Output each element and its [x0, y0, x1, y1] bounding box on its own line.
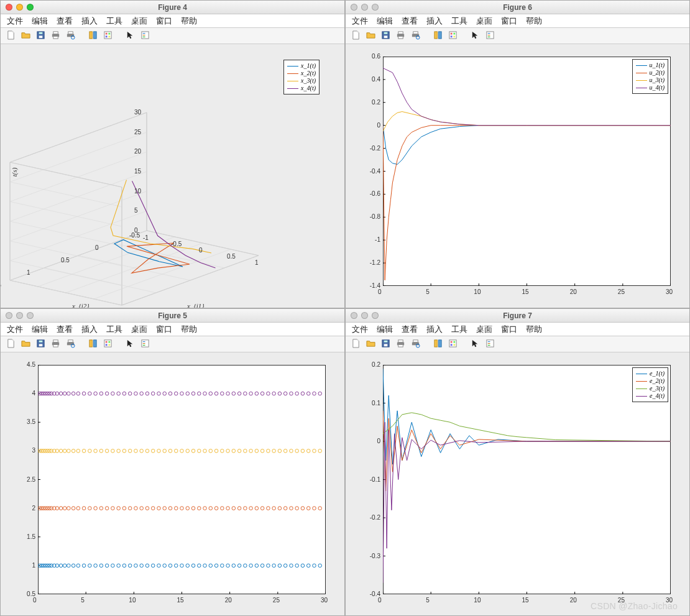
- svg-point-166: [214, 564, 218, 568]
- legend[interactable]: x_1(t)x_2(t)x_3(t)x_4(t): [283, 60, 320, 94]
- menu-7[interactable]: 帮助: [181, 16, 197, 27]
- axes[interactable]: [383, 365, 671, 594]
- titlebar[interactable]: Figure 5: [1, 309, 344, 323]
- menu-0[interactable]: 文件: [7, 324, 23, 335]
- colorbar-button[interactable]: [446, 30, 459, 42]
- titlebar[interactable]: Figure 4: [1, 1, 344, 14]
- colorbar-button[interactable]: [101, 338, 114, 351]
- plot-canvas[interactable]: 0510152025300.511.522.533.544.5: [1, 352, 344, 615]
- zoom-button[interactable]: [372, 4, 379, 11]
- minimize-button[interactable]: [16, 4, 23, 11]
- pointer-button[interactable]: [469, 338, 481, 351]
- new-file-button[interactable]: [349, 338, 362, 351]
- insert-legend-button[interactable]: [484, 338, 496, 351]
- y-tick: 1: [27, 269, 30, 276]
- new-file-button[interactable]: [4, 30, 17, 42]
- menu-2[interactable]: 查看: [57, 16, 73, 27]
- data-cursor-button[interactable]: [431, 338, 444, 351]
- print-preview-button[interactable]: [64, 30, 76, 42]
- open-folder-button[interactable]: [19, 30, 32, 42]
- menu-2[interactable]: 查看: [402, 324, 418, 335]
- axes[interactable]: [383, 57, 671, 286]
- print-button[interactable]: [394, 338, 407, 351]
- menu-3[interactable]: 插入: [426, 324, 443, 335]
- svg-point-195: [63, 507, 67, 510]
- menu-4[interactable]: 工具: [451, 16, 467, 27]
- zoom-button[interactable]: [27, 312, 34, 319]
- pointer-button[interactable]: [124, 30, 136, 42]
- menu-1[interactable]: 编辑: [32, 324, 48, 335]
- open-folder-button[interactable]: [364, 30, 377, 42]
- save-button[interactable]: [379, 30, 392, 42]
- minimize-button[interactable]: [16, 312, 23, 319]
- print-preview-button[interactable]: [409, 338, 421, 351]
- plot-canvas[interactable]: 051015202530-0.4-0.3-0.2-0.100.10.2e_1(t…: [346, 352, 689, 615]
- axes[interactable]: [38, 365, 326, 594]
- titlebar[interactable]: Figure 7: [346, 309, 689, 323]
- new-file-button[interactable]: [4, 338, 17, 351]
- menu-6[interactable]: 窗口: [156, 16, 172, 27]
- minimize-button[interactable]: [361, 4, 368, 11]
- menu-3[interactable]: 插入: [81, 16, 98, 27]
- close-button[interactable]: [351, 312, 357, 319]
- plot-canvas[interactable]: 051015202530-1-0.500.51-0.500.511.5x_{i1…: [1, 44, 344, 308]
- pointer-button[interactable]: [469, 30, 481, 42]
- colorbar-button[interactable]: [101, 30, 114, 42]
- menu-1[interactable]: 编辑: [32, 16, 48, 27]
- menu-7[interactable]: 帮助: [181, 324, 197, 335]
- menu-7[interactable]: 帮助: [526, 324, 542, 335]
- pointer-button[interactable]: [124, 338, 136, 351]
- menu-6[interactable]: 窗口: [156, 324, 172, 335]
- print-button[interactable]: [49, 338, 62, 351]
- print-button[interactable]: [394, 30, 407, 42]
- close-button[interactable]: [6, 312, 12, 319]
- menu-0[interactable]: 文件: [352, 16, 368, 27]
- menu-6[interactable]: 窗口: [501, 324, 517, 335]
- menu-0[interactable]: 文件: [7, 16, 23, 27]
- new-file-button[interactable]: [349, 30, 362, 42]
- colorbar-button[interactable]: [446, 338, 459, 351]
- menu-5[interactable]: 桌面: [476, 324, 492, 335]
- zoom-button[interactable]: [372, 312, 379, 319]
- legend[interactable]: e_1(t)e_2(t)e_3(t)e_4(t): [632, 367, 668, 402]
- data-cursor-button[interactable]: [431, 30, 444, 42]
- data-cursor-button[interactable]: [86, 338, 99, 351]
- insert-legend-button[interactable]: [139, 338, 151, 351]
- close-button[interactable]: [351, 4, 357, 11]
- menu-6[interactable]: 窗口: [501, 16, 517, 27]
- menu-4[interactable]: 工具: [106, 324, 122, 335]
- menu-3[interactable]: 插入: [81, 324, 98, 335]
- zoom-button[interactable]: [27, 4, 34, 11]
- save-button[interactable]: [34, 338, 47, 351]
- menu-5[interactable]: 桌面: [131, 324, 147, 335]
- menu-2[interactable]: 查看: [57, 324, 73, 335]
- svg-point-233: [278, 507, 282, 510]
- menu-2[interactable]: 查看: [402, 16, 418, 27]
- menu-4[interactable]: 工具: [106, 16, 122, 27]
- titlebar[interactable]: Figure 6: [346, 1, 689, 14]
- menu-3[interactable]: 插入: [426, 16, 443, 27]
- menu-7[interactable]: 帮助: [526, 16, 542, 27]
- menu-5[interactable]: 桌面: [476, 16, 492, 27]
- insert-legend-button[interactable]: [484, 30, 496, 42]
- menu-4[interactable]: 工具: [451, 324, 467, 335]
- insert-legend-button[interactable]: [139, 30, 151, 42]
- plot-canvas[interactable]: 051015202530-1.4-1.2-1-0.8-0.6-0.4-0.200…: [346, 44, 689, 308]
- print-preview-button[interactable]: [409, 30, 421, 42]
- close-button[interactable]: [6, 4, 12, 11]
- svg-rect-355: [384, 340, 387, 342]
- menu-5[interactable]: 桌面: [131, 16, 147, 27]
- legend-label: u_1(t): [650, 62, 665, 69]
- data-cursor-button[interactable]: [86, 30, 99, 42]
- open-folder-button[interactable]: [364, 338, 377, 351]
- print-preview-button[interactable]: [64, 338, 76, 351]
- print-button[interactable]: [49, 30, 62, 42]
- minimize-button[interactable]: [361, 312, 368, 319]
- menu-1[interactable]: 编辑: [377, 324, 393, 335]
- save-button[interactable]: [379, 338, 392, 351]
- save-button[interactable]: [34, 30, 47, 42]
- menu-1[interactable]: 编辑: [377, 16, 393, 27]
- menu-0[interactable]: 文件: [352, 324, 368, 335]
- legend[interactable]: u_1(t)u_2(t)u_3(t)u_4(t): [632, 59, 668, 94]
- open-folder-button[interactable]: [19, 338, 32, 351]
